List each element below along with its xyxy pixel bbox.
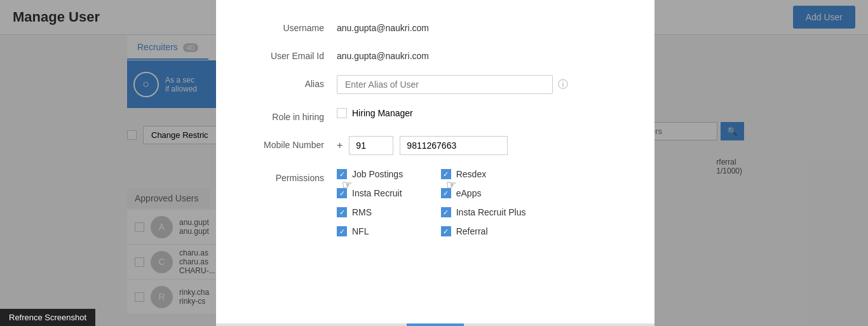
alias-input[interactable] bbox=[337, 75, 553, 94]
mobile-label: Mobile Number bbox=[241, 136, 337, 150]
job-postings-checkbox[interactable]: ✓ bbox=[337, 169, 347, 179]
username-label: Username bbox=[241, 19, 337, 33]
mobile-input-row: + bbox=[337, 136, 508, 155]
eapps-label: eApps bbox=[456, 188, 482, 198]
hiring-manager-checkbox[interactable] bbox=[337, 108, 347, 118]
country-code-input[interactable] bbox=[349, 136, 393, 155]
rms-checkbox[interactable]: ✓ bbox=[337, 207, 347, 217]
insta-recruit-plus-checkbox[interactable]: ✓ bbox=[441, 207, 451, 217]
permissions-grid: ✓ Job Postings ☞ ✓ Resdex ☞ ✓ Insta Recr… bbox=[337, 169, 526, 236]
resdex-checkbox[interactable]: ✓ bbox=[441, 169, 451, 179]
modal-progress-indicator bbox=[407, 323, 464, 326]
email-value: anu.gupta@naukri.com bbox=[337, 47, 429, 61]
permission-referral[interactable]: ✓ Referral bbox=[441, 226, 526, 236]
nfl-checkbox[interactable]: ✓ bbox=[337, 226, 347, 236]
job-postings-label: Job Postings bbox=[352, 169, 403, 179]
info-icon[interactable]: ⓘ bbox=[558, 78, 568, 92]
hiring-manager-label: Hiring Manager bbox=[352, 108, 413, 118]
plus-sign: + bbox=[337, 140, 342, 151]
permission-rms[interactable]: ✓ RMS bbox=[337, 207, 422, 217]
role-row: Role in hiring Hiring Manager bbox=[241, 108, 629, 122]
permission-nfl[interactable]: ✓ NFL bbox=[337, 226, 422, 236]
username-row: Username anu.gupta@naukri.com bbox=[241, 19, 629, 33]
permissions-label: Permissions bbox=[241, 169, 337, 183]
insta-recruit-checkbox[interactable]: ✓ bbox=[337, 188, 347, 198]
eapps-checkbox[interactable]: ✓ bbox=[441, 188, 451, 198]
permission-insta-recruit-plus[interactable]: ✓ Insta Recruit Plus bbox=[441, 207, 526, 217]
alias-label: Alias bbox=[241, 75, 337, 89]
insta-recruit-label: Insta Recruit bbox=[352, 188, 402, 198]
permission-insta-recruit[interactable]: ✓ Insta Recruit bbox=[337, 188, 422, 198]
referral-label: Referral bbox=[456, 226, 488, 236]
reference-label: Refrence Screenshot bbox=[0, 309, 95, 326]
permission-eapps[interactable]: ✓ eApps bbox=[441, 188, 526, 198]
permissions-row: Permissions ✓ Job Postings ☞ ✓ Resdex ☞ … bbox=[241, 169, 629, 236]
nfl-label: NFL bbox=[352, 226, 369, 236]
modal-progress-bar-container bbox=[216, 323, 654, 326]
hiring-manager-row: Hiring Manager bbox=[337, 108, 413, 118]
mobile-row: Mobile Number + bbox=[241, 136, 629, 155]
email-row: User Email Id anu.gupta@naukri.com bbox=[241, 47, 629, 61]
email-label: User Email Id bbox=[241, 47, 337, 61]
insta-recruit-plus-label: Insta Recruit Plus bbox=[456, 207, 526, 217]
rms-label: RMS bbox=[352, 207, 372, 217]
mobile-number-input[interactable] bbox=[400, 136, 508, 155]
permission-job-postings[interactable]: ✓ Job Postings ☞ bbox=[337, 169, 422, 179]
modal-dialog: Username anu.gupta@naukri.com User Email… bbox=[216, 0, 654, 326]
resdex-label: Resdex bbox=[456, 169, 486, 179]
referral-checkbox[interactable]: ✓ bbox=[441, 226, 451, 236]
alias-row: Alias ⓘ bbox=[241, 75, 629, 94]
role-label: Role in hiring bbox=[241, 108, 337, 122]
permission-resdex[interactable]: ✓ Resdex ☞ bbox=[441, 169, 526, 179]
username-value: anu.gupta@naukri.com bbox=[337, 19, 429, 33]
